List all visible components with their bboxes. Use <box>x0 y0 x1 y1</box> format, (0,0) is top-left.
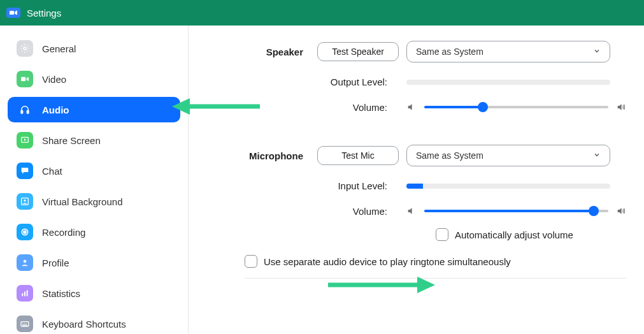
person-frame-icon <box>17 193 33 210</box>
speaker-volume-slider[interactable] <box>424 101 608 113</box>
svg-rect-13 <box>27 290 28 296</box>
sidebar-item-label: Audio <box>42 105 69 115</box>
microphone-device-value: Same as System <box>416 150 483 161</box>
record-icon <box>17 224 33 240</box>
video-icon <box>17 71 33 87</box>
keyboard-icon <box>17 316 33 332</box>
svg-point-7 <box>24 200 25 201</box>
bar-chart-icon <box>17 285 33 301</box>
gear-icon <box>17 40 33 57</box>
speaker-heading: Speaker <box>214 47 303 57</box>
sidebar-item-label: Recording <box>42 227 85 238</box>
speaker-device-dropdown[interactable]: Same as System <box>406 41 610 62</box>
volume-high-icon <box>616 102 626 112</box>
microphone-volume-label: Volume: <box>214 206 392 217</box>
sidebar-item-label: Profile <box>42 258 69 268</box>
sidebar-item-share-screen[interactable]: Share Screen <box>8 127 180 153</box>
svg-rect-4 <box>27 110 29 113</box>
sidebar-item-label: Chat <box>42 166 62 177</box>
window-titlebar: Settings <box>0 0 644 25</box>
sidebar-item-audio[interactable]: Audio <box>8 97 180 122</box>
output-level-meter <box>406 80 610 85</box>
speaker-device-value: Same as System <box>416 47 483 57</box>
settings-sidebar: General Video Audio Share Screen <box>0 25 189 334</box>
output-level-label: Output Level: <box>214 76 392 87</box>
chevron-down-icon <box>593 150 601 161</box>
speaker-volume-label: Volume: <box>214 102 392 113</box>
test-mic-button[interactable]: Test Mic <box>317 146 399 165</box>
svg-point-9 <box>24 231 26 233</box>
sidebar-item-label: Virtual Background <box>42 196 122 207</box>
svg-point-10 <box>24 260 27 263</box>
app-icon <box>6 8 20 18</box>
svg-point-1 <box>24 47 26 50</box>
separate-ringtone-label: Use separate audio device to play ringto… <box>264 256 511 267</box>
svg-rect-12 <box>24 291 25 296</box>
svg-rect-3 <box>21 110 23 113</box>
svg-rect-0 <box>10 11 14 15</box>
sidebar-item-virtual-background[interactable]: Virtual Background <box>8 189 180 214</box>
sidebar-item-keyboard-shortcuts[interactable]: Keyboard Shortcuts <box>8 311 180 334</box>
svg-rect-11 <box>22 293 23 296</box>
chat-icon <box>17 163 33 179</box>
sidebar-item-label: General <box>42 43 76 54</box>
microphone-device-dropdown[interactable]: Same as System <box>406 145 610 166</box>
sidebar-item-label: Share Screen <box>42 135 101 146</box>
microphone-heading: Microphone <box>214 150 303 161</box>
window-title: Settings <box>27 8 61 18</box>
sidebar-item-label: Keyboard Shortcuts <box>42 319 126 330</box>
sidebar-item-label: Statistics <box>42 288 80 299</box>
input-level-label: Input Level: <box>214 180 392 191</box>
svg-rect-2 <box>21 77 25 82</box>
svg-rect-14 <box>21 322 29 326</box>
sidebar-item-statistics[interactable]: Statistics <box>8 280 180 306</box>
test-speaker-button[interactable]: Test Speaker <box>317 42 399 61</box>
sidebar-item-recording[interactable]: Recording <box>8 219 180 245</box>
auto-adjust-volume-label: Automatically adjust volume <box>455 229 573 240</box>
sidebar-item-profile[interactable]: Profile <box>8 250 180 275</box>
person-icon <box>17 254 33 271</box>
sidebar-item-general[interactable]: General <box>8 36 180 61</box>
chevron-down-icon <box>593 47 601 57</box>
volume-low-icon <box>406 206 417 216</box>
volume-low-icon <box>406 102 417 112</box>
volume-high-icon <box>616 206 626 216</box>
input-level-meter <box>406 184 610 189</box>
section-divider <box>245 278 626 279</box>
headphones-icon <box>17 101 33 118</box>
sidebar-item-video[interactable]: Video <box>8 66 180 92</box>
share-screen-icon <box>17 132 33 149</box>
auto-adjust-volume-checkbox[interactable] <box>436 228 448 241</box>
separate-ringtone-checkbox[interactable] <box>245 255 257 268</box>
settings-content-audio: Speaker Test Speaker Same as System Outp… <box>189 25 644 334</box>
sidebar-item-label: Video <box>42 74 66 85</box>
microphone-volume-slider[interactable] <box>424 205 608 217</box>
sidebar-item-chat[interactable]: Chat <box>8 158 180 184</box>
